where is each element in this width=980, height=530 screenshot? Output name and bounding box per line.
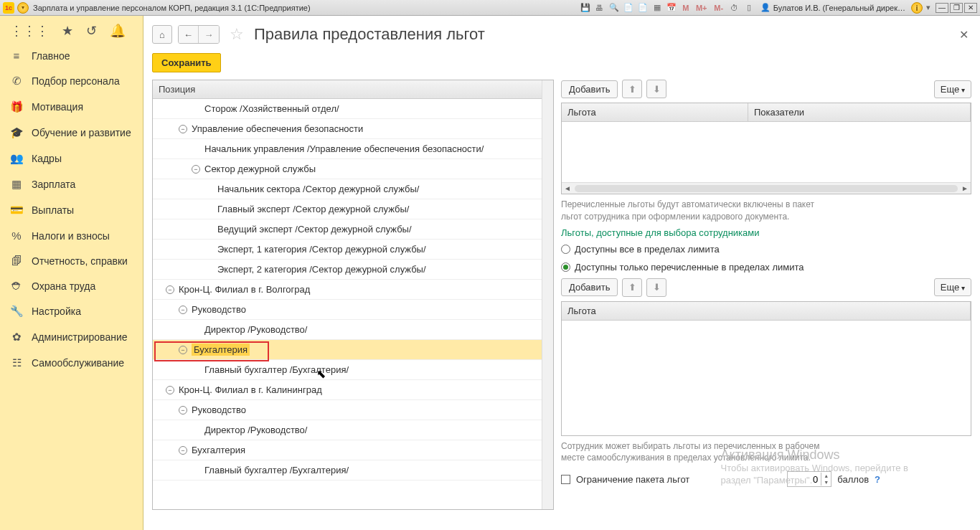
doc-icon[interactable]: 📄: [623, 2, 634, 14]
close-button[interactable]: ✕: [964, 3, 977, 13]
tree-scrollbar-body[interactable]: [542, 99, 553, 509]
tree-row[interactable]: Главный бухгалтер /Бухгалтерия/: [153, 460, 542, 481]
collapse-icon[interactable]: −: [179, 406, 187, 415]
limit-input[interactable]: [788, 472, 821, 486]
sidebar-item[interactable]: 🗐Отчетность, справки: [0, 248, 143, 273]
tree-row[interactable]: Главный эксперт /Сектор дежурной службы/: [153, 199, 542, 219]
sidebar-item[interactable]: ≡Главное: [0, 43, 143, 68]
positions-tree: Позиция Сторож /Хозяйственный отдел/−Упр…: [152, 80, 554, 510]
move-down-button-2[interactable]: ⬇: [646, 278, 666, 297]
radio-listed-only[interactable]: Доступны только перечисленные в пределах…: [561, 260, 971, 274]
save-button[interactable]: Сохранить: [152, 53, 221, 72]
minimize-button[interactable]: —: [936, 3, 948, 13]
sidebar-item[interactable]: 🎓Обучение и развитие: [0, 120, 143, 146]
tree-row[interactable]: −Управление обеспечения безопасности: [153, 119, 542, 139]
tree-row[interactable]: −Крон-Ц. Филиал в г. Калининград: [153, 380, 542, 400]
dropdown2-icon[interactable]: ▾: [923, 2, 934, 14]
tree-scrollbar[interactable]: [542, 80, 553, 99]
radio-all-available[interactable]: Доступны все в пределах лимита: [561, 242, 971, 256]
tree-row[interactable]: Ведущий эксперт /Сектор дежурной службы/: [153, 219, 542, 240]
tree-row[interactable]: −Сектор дежурной службы: [153, 159, 542, 179]
sidebar-item-label: Зарплата: [32, 179, 75, 190]
tree-row[interactable]: Эксперт, 1 категория /Сектор дежурной сл…: [153, 240, 542, 260]
grid-icon[interactable]: ▦: [651, 2, 663, 14]
sidebar-item-icon: ✿: [10, 331, 23, 344]
tree-row[interactable]: −Руководство: [153, 300, 542, 320]
home-button[interactable]: ⌂: [152, 25, 172, 44]
collapse-icon[interactable]: −: [179, 446, 187, 455]
move-down-button[interactable]: ⬇: [646, 80, 666, 98]
dropdown-icon[interactable]: ▾: [17, 2, 29, 14]
tree-row-label: Руководство: [192, 404, 246, 415]
sidebar-item[interactable]: 🔧Настройка: [0, 298, 143, 324]
book-icon[interactable]: ▯: [743, 2, 755, 14]
tree-row[interactable]: −Бухгалтерия: [153, 340, 542, 360]
add-button-1[interactable]: Добавить: [561, 80, 618, 98]
sidebar-item-icon: 🔧: [10, 305, 23, 318]
sidebar-item-icon: ≡: [10, 49, 23, 62]
collapse-icon[interactable]: −: [179, 306, 187, 314]
sidebar-item[interactable]: ▦Зарплата: [0, 171, 143, 197]
sidebar-item[interactable]: 🎁Мотивация: [0, 94, 143, 120]
more-button-2[interactable]: Еще: [934, 278, 971, 296]
sidebar-item-label: Администрирование: [32, 331, 128, 343]
apps-icon[interactable]: ⋮⋮⋮: [10, 23, 49, 39]
move-up-button[interactable]: ⬆: [622, 80, 642, 98]
sidebar-item[interactable]: ☷Самообслуживание: [0, 350, 143, 376]
info-icon[interactable]: i: [911, 2, 923, 14]
tree-row[interactable]: Директор /Руководство/: [153, 320, 542, 340]
move-up-button-2[interactable]: ⬆: [622, 278, 642, 297]
back-button[interactable]: ←: [179, 26, 199, 43]
collapse-icon[interactable]: −: [179, 125, 187, 133]
m-minus-button[interactable]: M-: [712, 2, 726, 14]
sidebar-item-icon: 💳: [10, 204, 23, 217]
sidebar-item[interactable]: %Налоги и взносы: [0, 223, 143, 248]
user-badge[interactable]: 👤 Булатов И.В. (Генеральный дирек…: [760, 3, 905, 12]
m-button[interactable]: M: [680, 2, 692, 14]
limit-checkbox[interactable]: [561, 475, 570, 484]
favorite-star-icon[interactable]: ☆: [230, 25, 244, 44]
tree-row[interactable]: Главный бухгалтер /Бухгалтерия/: [153, 360, 542, 380]
search-icon[interactable]: 🔍: [608, 2, 620, 14]
save-icon[interactable]: 💾: [580, 2, 591, 14]
sidebar-item[interactable]: ⛑Охрана труда: [0, 273, 143, 298]
spin-up[interactable]: ▲: [821, 473, 831, 479]
tree-row[interactable]: −Бухгалтерия: [153, 440, 542, 460]
tree-row[interactable]: Начальник сектора /Сектор дежурной служб…: [153, 179, 542, 199]
favorite-icon[interactable]: ★: [62, 23, 73, 39]
limit-spinner[interactable]: ▲▼: [787, 471, 831, 487]
tree-row[interactable]: −Руководство: [153, 400, 542, 420]
tree-row[interactable]: Начальник управления /Управление обеспеч…: [153, 139, 542, 159]
sidebar-item-label: Подбор персонала: [32, 75, 120, 87]
print-icon[interactable]: 🖶: [594, 2, 606, 14]
add-button-2[interactable]: Добавить: [561, 278, 618, 296]
collapse-icon[interactable]: −: [179, 346, 187, 354]
grid1-hscroll[interactable]: ◄►: [562, 182, 971, 194]
forward-button[interactable]: →: [199, 26, 219, 43]
sidebar-item[interactable]: 💳Выплаты: [0, 197, 143, 223]
m-plus-button[interactable]: M+: [694, 2, 709, 14]
history-icon[interactable]: ↺: [86, 23, 97, 39]
collapse-icon[interactable]: −: [166, 386, 174, 394]
tree-row-label: Главный бухгалтер /Бухгалтерия/: [204, 465, 349, 475]
more-button-1[interactable]: Еще: [934, 80, 971, 98]
tree-row[interactable]: Директор /Руководство/: [153, 420, 542, 440]
help-icon[interactable]: ?: [875, 474, 880, 485]
sidebar-item[interactable]: ✆Подбор персонала: [0, 68, 143, 94]
tree-row[interactable]: Сторож /Хозяйственный отдел/: [153, 99, 542, 119]
restore-button[interactable]: ❐: [950, 3, 963, 13]
collapse-icon[interactable]: −: [166, 285, 174, 294]
limit-unit: баллов: [837, 474, 869, 485]
bell-icon[interactable]: 🔔: [110, 23, 126, 39]
tree-row[interactable]: −Крон-Ц. Филиал в г. Волгоград: [153, 280, 542, 300]
clock-icon[interactable]: ⏱: [729, 2, 740, 14]
close-page-button[interactable]: ✕: [959, 28, 971, 42]
collapse-icon[interactable]: −: [192, 165, 200, 174]
doc2-icon[interactable]: 📄: [637, 2, 649, 14]
sidebar-item[interactable]: ✿Администрирование: [0, 324, 143, 350]
sidebar-item[interactable]: 👥Кадры: [0, 146, 143, 171]
calendar-icon[interactable]: 📅: [666, 2, 677, 14]
tree-row[interactable]: Эксперт, 2 категория /Сектор дежурной сл…: [153, 260, 542, 280]
spin-down[interactable]: ▼: [821, 479, 831, 486]
sidebar: ⋮⋮⋮ ★ ↺ 🔔 ≡Главное✆Подбор персонала🎁Моти…: [0, 16, 143, 530]
